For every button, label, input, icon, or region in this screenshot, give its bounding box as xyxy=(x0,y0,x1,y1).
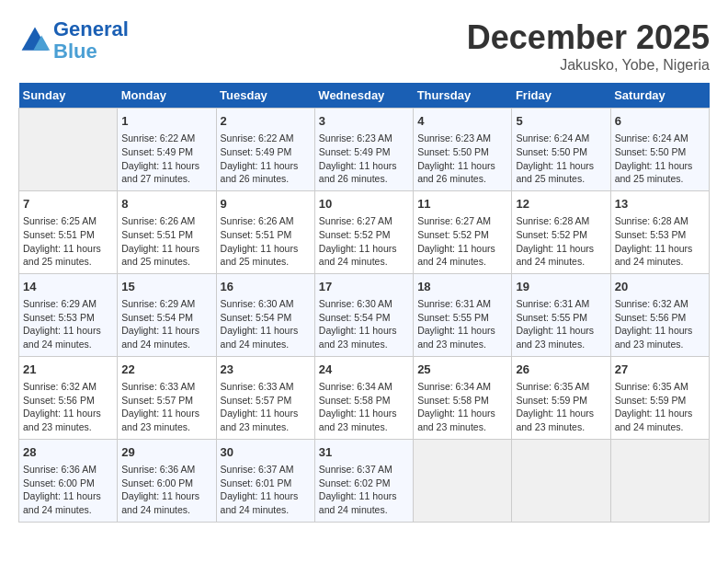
day-info: Sunrise: 6:26 AM Sunset: 5:51 PM Dayligh… xyxy=(221,214,311,269)
day-info: Sunrise: 6:29 AM Sunset: 5:54 PM Dayligh… xyxy=(121,297,211,351)
weekday-thursday: Thursday xyxy=(414,83,512,109)
calendar-cell: 16 Sunrise: 6:30 AM Sunset: 5:54 PM Dayl… xyxy=(216,273,314,356)
day-info: Sunrise: 6:23 AM Sunset: 5:50 PM Dayligh… xyxy=(417,132,507,186)
day-info: Sunrise: 6:31 AM Sunset: 5:55 PM Dayligh… xyxy=(417,297,507,351)
day-info: Sunrise: 6:28 AM Sunset: 5:53 PM Dayligh… xyxy=(615,214,705,269)
page-header: General Blue December 2025 Jakusko, Yobe… xyxy=(18,18,710,74)
calendar-cell: 8 Sunrise: 6:26 AM Sunset: 5:51 PM Dayli… xyxy=(118,190,216,273)
calendar-cell: 24 Sunrise: 6:34 AM Sunset: 5:58 PM Dayl… xyxy=(314,356,413,439)
calendar-week-2: 7 Sunrise: 6:25 AM Sunset: 5:51 PM Dayli… xyxy=(19,190,710,273)
calendar-cell: 9 Sunrise: 6:26 AM Sunset: 5:51 PM Dayli… xyxy=(216,190,314,273)
calendar-cell: 1 Sunrise: 6:22 AM Sunset: 5:49 PM Dayli… xyxy=(118,109,216,191)
calendar-cell: 7 Sunrise: 6:25 AM Sunset: 5:51 PM Dayli… xyxy=(19,190,118,273)
calendar-cell: 19 Sunrise: 6:31 AM Sunset: 5:55 PM Dayl… xyxy=(512,273,610,356)
day-number: 24 xyxy=(319,362,409,378)
logo-text: General Blue xyxy=(53,18,129,63)
day-number: 31 xyxy=(319,444,409,461)
day-number: 15 xyxy=(121,279,211,295)
calendar-table: SundayMondayTuesdayWednesdayThursdayFrid… xyxy=(18,83,710,523)
calendar-cell: 4 Sunrise: 6:23 AM Sunset: 5:50 PM Dayli… xyxy=(414,109,512,191)
day-info: Sunrise: 6:29 AM Sunset: 5:53 PM Dayligh… xyxy=(23,297,113,351)
day-number: 7 xyxy=(23,196,113,213)
weekday-saturday: Saturday xyxy=(610,83,709,109)
weekday-monday: Monday xyxy=(118,83,216,109)
day-number: 3 xyxy=(319,113,409,130)
calendar-cell: 31 Sunrise: 6:37 AM Sunset: 6:02 PM Dayl… xyxy=(314,439,413,522)
logo: General Blue xyxy=(18,18,129,63)
calendar-cell: 17 Sunrise: 6:30 AM Sunset: 5:54 PM Dayl… xyxy=(314,273,413,356)
day-number: 27 xyxy=(615,362,705,378)
calendar-cell: 20 Sunrise: 6:32 AM Sunset: 5:56 PM Dayl… xyxy=(610,273,709,356)
day-info: Sunrise: 6:34 AM Sunset: 5:58 PM Dayligh… xyxy=(417,380,507,434)
calendar-cell: 6 Sunrise: 6:24 AM Sunset: 5:50 PM Dayli… xyxy=(610,109,709,191)
day-number: 2 xyxy=(221,113,311,130)
day-number: 5 xyxy=(516,113,606,130)
calendar-cell xyxy=(610,439,709,522)
calendar-body: 1 Sunrise: 6:22 AM Sunset: 5:49 PM Dayli… xyxy=(19,109,710,523)
day-info: Sunrise: 6:31 AM Sunset: 5:55 PM Dayligh… xyxy=(516,297,606,351)
day-info: Sunrise: 6:36 AM Sunset: 6:00 PM Dayligh… xyxy=(23,463,113,517)
calendar-cell: 30 Sunrise: 6:37 AM Sunset: 6:01 PM Dayl… xyxy=(216,439,314,522)
day-number: 6 xyxy=(615,113,705,130)
calendar-cell: 22 Sunrise: 6:33 AM Sunset: 5:57 PM Dayl… xyxy=(118,356,216,439)
day-number: 22 xyxy=(121,362,211,378)
day-number: 18 xyxy=(417,279,507,295)
calendar-cell: 29 Sunrise: 6:36 AM Sunset: 6:00 PM Dayl… xyxy=(118,439,216,522)
day-info: Sunrise: 6:22 AM Sunset: 5:49 PM Dayligh… xyxy=(121,132,211,186)
calendar-cell: 11 Sunrise: 6:27 AM Sunset: 5:52 PM Dayl… xyxy=(414,190,512,273)
calendar-cell: 21 Sunrise: 6:32 AM Sunset: 5:56 PM Dayl… xyxy=(19,356,118,439)
day-info: Sunrise: 6:23 AM Sunset: 5:49 PM Dayligh… xyxy=(319,132,409,186)
day-number: 25 xyxy=(417,362,507,378)
day-number: 12 xyxy=(516,196,606,213)
calendar-cell: 2 Sunrise: 6:22 AM Sunset: 5:49 PM Dayli… xyxy=(216,109,314,191)
day-number: 14 xyxy=(23,279,113,295)
day-number: 10 xyxy=(319,196,409,213)
calendar-cell xyxy=(414,439,512,522)
calendar-cell: 26 Sunrise: 6:35 AM Sunset: 5:59 PM Dayl… xyxy=(512,356,610,439)
day-info: Sunrise: 6:37 AM Sunset: 6:01 PM Dayligh… xyxy=(221,463,311,517)
calendar-cell xyxy=(19,109,118,191)
day-info: Sunrise: 6:35 AM Sunset: 5:59 PM Dayligh… xyxy=(615,380,705,434)
calendar-cell: 13 Sunrise: 6:28 AM Sunset: 5:53 PM Dayl… xyxy=(610,190,709,273)
day-info: Sunrise: 6:24 AM Sunset: 5:50 PM Dayligh… xyxy=(516,132,606,186)
day-number: 11 xyxy=(417,196,507,213)
calendar-week-4: 21 Sunrise: 6:32 AM Sunset: 5:56 PM Dayl… xyxy=(19,356,710,439)
day-info: Sunrise: 6:33 AM Sunset: 5:57 PM Dayligh… xyxy=(221,380,311,434)
calendar-week-3: 14 Sunrise: 6:29 AM Sunset: 5:53 PM Dayl… xyxy=(19,273,710,356)
day-info: Sunrise: 6:22 AM Sunset: 5:49 PM Dayligh… xyxy=(221,132,311,186)
day-info: Sunrise: 6:28 AM Sunset: 5:52 PM Dayligh… xyxy=(516,214,606,269)
month-title: December 2025 xyxy=(467,18,710,57)
calendar-cell: 18 Sunrise: 6:31 AM Sunset: 5:55 PM Dayl… xyxy=(414,273,512,356)
day-number: 1 xyxy=(121,113,211,130)
day-number: 29 xyxy=(121,444,211,461)
weekday-tuesday: Tuesday xyxy=(216,83,314,109)
day-number: 16 xyxy=(221,279,311,295)
day-info: Sunrise: 6:33 AM Sunset: 5:57 PM Dayligh… xyxy=(121,380,211,434)
calendar-cell: 25 Sunrise: 6:34 AM Sunset: 5:58 PM Dayl… xyxy=(414,356,512,439)
day-info: Sunrise: 6:26 AM Sunset: 5:51 PM Dayligh… xyxy=(121,214,211,269)
location: Jakusko, Yobe, Nigeria xyxy=(467,57,710,74)
calendar-cell: 14 Sunrise: 6:29 AM Sunset: 5:53 PM Dayl… xyxy=(19,273,118,356)
calendar-cell: 23 Sunrise: 6:33 AM Sunset: 5:57 PM Dayl… xyxy=(216,356,314,439)
calendar-cell: 5 Sunrise: 6:24 AM Sunset: 5:50 PM Dayli… xyxy=(512,109,610,191)
day-info: Sunrise: 6:35 AM Sunset: 5:59 PM Dayligh… xyxy=(516,380,606,434)
calendar-cell: 3 Sunrise: 6:23 AM Sunset: 5:49 PM Dayli… xyxy=(314,109,413,191)
day-info: Sunrise: 6:36 AM Sunset: 6:00 PM Dayligh… xyxy=(121,463,211,517)
weekday-header-row: SundayMondayTuesdayWednesdayThursdayFrid… xyxy=(19,83,710,109)
day-number: 21 xyxy=(23,362,113,378)
day-number: 20 xyxy=(615,279,705,295)
day-number: 19 xyxy=(516,279,606,295)
calendar-cell: 15 Sunrise: 6:29 AM Sunset: 5:54 PM Dayl… xyxy=(118,273,216,356)
day-info: Sunrise: 6:30 AM Sunset: 5:54 PM Dayligh… xyxy=(221,297,311,351)
day-info: Sunrise: 6:25 AM Sunset: 5:51 PM Dayligh… xyxy=(23,214,113,269)
day-number: 13 xyxy=(615,196,705,213)
calendar-cell: 10 Sunrise: 6:27 AM Sunset: 5:52 PM Dayl… xyxy=(314,190,413,273)
day-number: 4 xyxy=(417,113,507,130)
calendar-cell: 28 Sunrise: 6:36 AM Sunset: 6:00 PM Dayl… xyxy=(19,439,118,522)
calendar-cell: 12 Sunrise: 6:28 AM Sunset: 5:52 PM Dayl… xyxy=(512,190,610,273)
logo-icon xyxy=(18,24,51,57)
day-number: 8 xyxy=(121,196,211,213)
calendar-week-5: 28 Sunrise: 6:36 AM Sunset: 6:00 PM Dayl… xyxy=(19,439,710,522)
day-info: Sunrise: 6:34 AM Sunset: 5:58 PM Dayligh… xyxy=(319,380,409,434)
title-block: December 2025 Jakusko, Yobe, Nigeria xyxy=(467,18,710,74)
